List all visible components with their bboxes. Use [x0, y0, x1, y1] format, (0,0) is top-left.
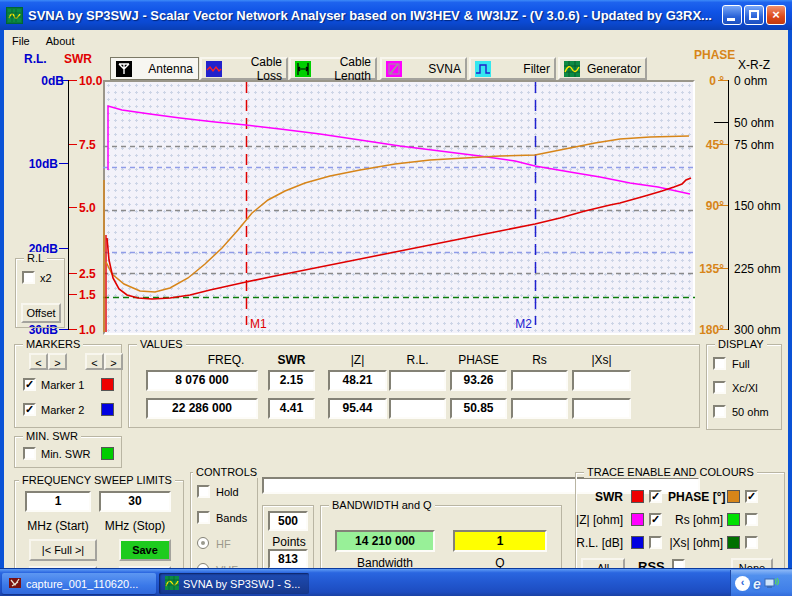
rl-tick-label: 0dB: [30, 74, 64, 88]
chart-plot-area[interactable]: M1 M2: [103, 80, 695, 335]
m2-rs-value[interactable]: [511, 398, 568, 419]
swr-tick: [69, 273, 77, 274]
display-50ohm-checkbox[interactable]: [713, 405, 726, 418]
display-full-checkbox[interactable]: [713, 357, 726, 370]
m1-swr-value[interactable]: 2.15: [268, 370, 315, 391]
m2-swr-value[interactable]: 4.41: [268, 398, 315, 419]
window-border-left: [0, 0, 4, 596]
offset-button[interactable]: Offset: [21, 303, 61, 323]
swr-tick-label: 7.5: [79, 138, 96, 152]
antenna-icon: [116, 61, 132, 77]
points-label: Points: [263, 535, 315, 549]
toolbar-button-cable-loss[interactable]: Cable Loss: [200, 57, 288, 80]
marker1-prev-button[interactable]: <: [29, 353, 48, 370]
window-border-right: [788, 0, 792, 596]
full-span-button[interactable]: |< Full >|: [29, 539, 97, 561]
hf-radio[interactable]: [197, 537, 209, 549]
tray-collapse-chevron-icon[interactable]: ‹: [735, 576, 750, 591]
display-xcxl-checkbox[interactable]: [713, 381, 726, 394]
m2-z-value[interactable]: 95.44: [328, 398, 387, 419]
ohm-tick-label: 0 ohm: [734, 74, 767, 88]
toolbar-button-cable-length[interactable]: Cable Length: [289, 57, 377, 80]
window-title: SVNA by SP3SWJ - Scalar Vector Network A…: [28, 8, 722, 23]
save-button[interactable]: Save: [119, 539, 171, 561]
min-swr-checkbox[interactable]: [23, 447, 36, 460]
z-trace: [108, 106, 690, 194]
q-value[interactable]: 1: [453, 530, 547, 552]
m1-rs-value[interactable]: [511, 370, 568, 391]
display-50ohm-label: 50 ohm: [732, 406, 769, 418]
m1-z-value[interactable]: 48.21: [328, 370, 387, 391]
swr-tick: [69, 80, 77, 81]
swr-tick-label: 5.0: [79, 201, 96, 215]
bandwidth-value[interactable]: 14 210 000: [335, 530, 435, 552]
close-button[interactable]: ×: [766, 5, 786, 25]
display-xcxl-label: Xc/Xl: [732, 382, 758, 394]
ohm-tick-label: 150 ohm: [734, 199, 781, 213]
trace-panel-title: TRACE ENABLE AND COLOURS: [584, 466, 757, 478]
rl-x2-checkbox[interactable]: [22, 271, 35, 284]
trace-rl-checkbox[interactable]: [649, 536, 662, 549]
swr-tick: [69, 144, 77, 145]
bands-checkbox[interactable]: [197, 511, 210, 524]
trace-swr-checkbox[interactable]: ✓: [649, 490, 662, 503]
m1-rl-value[interactable]: [389, 370, 446, 391]
marker1-checkbox[interactable]: ✓: [23, 378, 36, 391]
toolbar-label: Filter: [494, 62, 550, 76]
markers-panel-title: MARKERS: [23, 338, 83, 350]
hold-checkbox[interactable]: [197, 485, 210, 498]
system-tray: ‹ e: [730, 570, 792, 596]
marker1-next-button[interactable]: >: [48, 353, 67, 370]
points-top-value[interactable]: 500: [268, 511, 308, 531]
swr-tick: [69, 329, 77, 330]
taskbar-task-svna[interactable]: SVNA by SP3SWJ - S...: [159, 573, 309, 594]
trace-rs-checkbox[interactable]: [745, 513, 758, 526]
chart-svg: M1 M2: [103, 80, 695, 335]
stop-freq-input[interactable]: 30: [99, 491, 171, 512]
trace-phase-checkbox[interactable]: ✓: [745, 490, 758, 503]
min-swr-panel-title: MIN. SWR: [23, 430, 81, 442]
marker2-prev-button[interactable]: <: [85, 353, 104, 370]
controls-panel-title: CONTROLS: [193, 466, 260, 478]
menu-file[interactable]: File: [4, 32, 38, 50]
toolbar-button-antenna[interactable]: Antenna: [110, 57, 199, 80]
display-panel-title: DISPLAY: [715, 338, 767, 350]
trace-phase-label: PHASE [°]: [668, 490, 723, 504]
rl-tick: [59, 248, 68, 249]
marker2-checkbox[interactable]: ✓: [23, 403, 36, 416]
toolbar-label: Cable Loss: [225, 55, 282, 83]
tray-ie-icon[interactable]: e: [753, 576, 761, 592]
trace-xs-checkbox[interactable]: [745, 536, 758, 549]
rl-tick-label: 10dB: [24, 157, 58, 171]
markers-panel: MARKERS < > < > ✓ Marker 1 ✓ Marker 2: [14, 344, 122, 428]
titlebar[interactable]: SVNA by SP3SWJ - Scalar Vector Network A…: [0, 0, 792, 30]
bands-label: Bands: [216, 512, 247, 524]
maximize-button[interactable]: [744, 5, 764, 25]
filter-icon: [475, 61, 491, 77]
marker2-next-button[interactable]: >: [104, 353, 123, 370]
minimize-button[interactable]: [722, 5, 742, 25]
tray-network-icon[interactable]: [764, 576, 780, 592]
toolbar-button-filter[interactable]: Filter: [469, 57, 556, 80]
start-freq-input[interactable]: 1: [25, 491, 91, 512]
menu-about[interactable]: About: [38, 32, 83, 50]
svna-app-icon: [165, 576, 179, 592]
m2-xs-value[interactable]: [572, 398, 631, 419]
generator-icon: [564, 61, 580, 77]
m1-phase-value[interactable]: 93.26: [450, 370, 507, 391]
taskbar-task-capture[interactable]: capture_001_110620...: [2, 573, 156, 594]
bandwidth-panel-title: BANDWIDTH and Q: [329, 499, 435, 511]
toolbar-label: Generator: [583, 62, 641, 76]
m2-freq-value[interactable]: 22 286 000: [146, 398, 258, 419]
trace-z-checkbox[interactable]: ✓: [649, 513, 662, 526]
col-header-z: |Z|: [328, 353, 387, 367]
col-header-swr: SWR: [268, 353, 315, 367]
m1-freq-value[interactable]: 8 076 000: [146, 370, 258, 391]
m2-rl-value[interactable]: [389, 398, 446, 419]
m2-phase-value[interactable]: 50.85: [450, 398, 507, 419]
points-bottom-value[interactable]: 813: [268, 549, 308, 569]
paint-app-icon: [8, 576, 22, 592]
toolbar-button-generator[interactable]: Generator: [558, 57, 647, 80]
toolbar-button-svna[interactable]: SVNA: [380, 57, 467, 80]
m1-xs-value[interactable]: [572, 370, 631, 391]
